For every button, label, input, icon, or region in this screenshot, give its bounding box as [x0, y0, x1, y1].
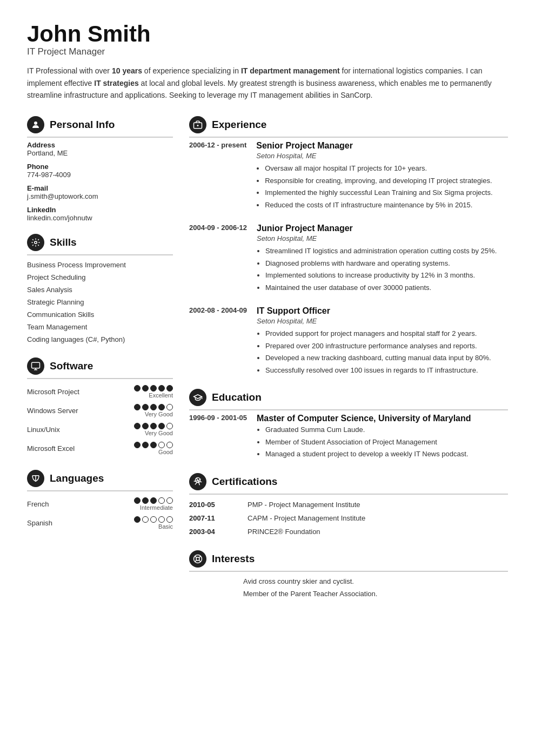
- skills-icon: [27, 234, 44, 251]
- experience-heading: Experience: [189, 116, 508, 138]
- resume-name: John Smith: [27, 22, 508, 46]
- exp-content: Junior Project Manager Seton Hospital, M…: [257, 224, 508, 294]
- personal-field: E-mailj.smith@uptowork.com: [27, 184, 173, 200]
- skill-item: Coding languages (C#, Python): [27, 333, 173, 346]
- dot: [150, 385, 157, 392]
- exp-title: IT Support Officer: [257, 306, 508, 316]
- dot: [134, 385, 141, 392]
- svg-line-9: [195, 556, 197, 558]
- languages-label: Languages: [50, 473, 104, 484]
- exp-title: Senior Project Manager: [256, 141, 508, 151]
- rating-label: Very Good: [145, 430, 173, 436]
- exp-bullet: Implemented solutions to increase produc…: [265, 270, 508, 281]
- personal-info-heading: Personal Info: [27, 116, 173, 138]
- skill-item: Sales Analysis: [27, 284, 173, 296]
- interests-heading: Interests: [189, 550, 508, 572]
- exp-bullet: Maintained the user database of over 300…: [265, 282, 508, 293]
- dot: [166, 442, 173, 448]
- interests-label: Interests: [212, 553, 255, 565]
- exp-content: Senior Project Manager Seton Hospital, M…: [256, 141, 508, 212]
- language-name: Spanish: [27, 519, 134, 527]
- skill-item: Project Scheduling: [27, 271, 173, 284]
- software-rating: Good: [134, 442, 173, 455]
- dot: [158, 497, 165, 504]
- experience-entry: 2002-08 - 2004-09 IT Support Officer Set…: [189, 306, 508, 377]
- personal-info-label: Personal Info: [50, 119, 115, 131]
- dot: [166, 404, 173, 410]
- dot: [166, 385, 173, 392]
- dot: [166, 516, 173, 523]
- language-level: Basic: [158, 523, 173, 530]
- exp-bullet: Implemented the highly successful Lean T…: [265, 187, 508, 198]
- dot: [142, 516, 149, 523]
- dot: [158, 442, 165, 448]
- education-icon: [189, 389, 206, 406]
- dot: [158, 423, 165, 429]
- exp-bullet: Developed a new tracking dashboard, cutt…: [265, 353, 508, 363]
- experience-icon: [189, 116, 206, 133]
- resume-summary: IT Professional with over 10 years of ex…: [27, 65, 508, 101]
- edu-bullet: Graduated Summa Cum Laude.: [265, 424, 508, 435]
- languages-section: Languages French Intermediate Spanish Ba…: [27, 470, 173, 532]
- cert-row: 2007-11 CAPM - Project Management Instit…: [189, 511, 508, 525]
- personal-field-label: Phone: [27, 163, 173, 171]
- interests-section: Interests Avid cross country skier and c…: [189, 550, 508, 600]
- dot: [142, 423, 149, 429]
- cert-row: 2003-04 PRINCE2® Foundation: [189, 525, 508, 538]
- software-row: Microsoft Project Excellent: [27, 382, 173, 401]
- exp-bullet: Reduced the costs of IT infrastructure m…: [265, 200, 508, 211]
- exp-date: 2002-08 - 2004-09: [189, 306, 247, 377]
- software-rating: Very Good: [134, 404, 173, 417]
- svg-point-1: [35, 241, 37, 244]
- experience-entry: 2006-12 - present Senior Project Manager…: [189, 141, 508, 212]
- dot: [142, 404, 149, 410]
- interest-item: Member of the Parent Teacher Association…: [189, 588, 508, 600]
- dot: [166, 423, 173, 429]
- personal-field-value: Portland, ME: [27, 149, 173, 157]
- personal-info-section: Personal Info AddressPortland, MEPhone77…: [27, 116, 173, 222]
- education-entry: 1996-09 - 2001-05 Master of Computer Sci…: [189, 414, 508, 461]
- exp-content: IT Support Officer Seton Hospital, ME Pr…: [257, 306, 508, 377]
- software-name: Windows Server: [27, 407, 134, 415]
- skills-heading: Skills: [27, 234, 173, 255]
- exp-date: 2006-12 - present: [189, 141, 246, 212]
- exp-title: Junior Project Manager: [257, 224, 508, 233]
- certifications-section: Certifications 2010-05 PMP - Project Man…: [189, 473, 508, 538]
- cert-name: PRINCE2® Foundation: [248, 528, 320, 536]
- certifications-heading: Certifications: [189, 473, 508, 495]
- rating-label: Very Good: [145, 411, 173, 417]
- personal-field: AddressPortland, ME: [27, 141, 173, 157]
- education-label: Education: [212, 392, 262, 403]
- exp-bullet: Successfully resolved over 100 issues in…: [265, 365, 508, 376]
- software-rating: Excellent: [134, 385, 173, 399]
- cert-row: 2010-05 PMP - Project Management Institu…: [189, 498, 508, 511]
- exp-company: Seton Hospital, ME: [257, 234, 508, 242]
- skills-label: Skills: [50, 237, 77, 248]
- language-rating: Intermediate: [134, 497, 173, 511]
- experience-entry: 2004-09 - 2006-12 Junior Project Manager…: [189, 224, 508, 294]
- interest-item: Avid cross country skier and cyclist.: [189, 575, 508, 588]
- dot: [158, 516, 165, 523]
- dot: [134, 423, 141, 429]
- edu-bullets: Graduated Summa Cum Laude.Member of Stud…: [257, 424, 508, 460]
- personal-field-value: linkedin.com/johnutw: [27, 214, 173, 222]
- certifications-label: Certifications: [212, 476, 277, 488]
- cert-name: CAPM - Project Management Institute: [248, 514, 365, 522]
- skills-section: Skills Business Process ImprovementProje…: [27, 234, 173, 346]
- dot: [134, 497, 141, 504]
- software-name: Microsoft Project: [27, 388, 134, 396]
- edu-content: Master of Computer Science, University o…: [257, 414, 508, 461]
- dot: [150, 516, 157, 523]
- dot: [134, 516, 141, 523]
- cert-date: 2003-04: [189, 528, 238, 536]
- experience-label: Experience: [212, 119, 266, 131]
- rating-label: Excellent: [149, 392, 173, 399]
- personal-field: Phone774-987-4009: [27, 163, 173, 179]
- dot: [142, 385, 149, 392]
- skill-item: Business Process Improvement: [27, 259, 173, 271]
- exp-bullet: Provided support for project managers an…: [265, 328, 508, 339]
- software-row: Microsoft Excel Good: [27, 439, 173, 458]
- dot: [150, 497, 157, 504]
- edu-bullet: Member of Student Association of Project…: [265, 437, 508, 448]
- software-rating: Very Good: [134, 423, 173, 436]
